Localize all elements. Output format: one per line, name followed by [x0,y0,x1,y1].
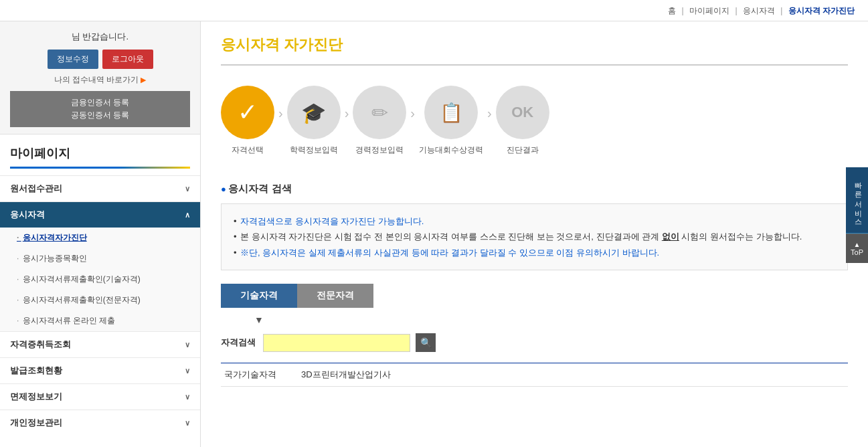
graduation-icon: 🎓 [301,101,326,124]
page-title: 응시자격 자가진단 [221,21,848,66]
breadcrumb-sep2: | [735,6,737,15]
chevron-up-icon: ∧ [185,211,190,219]
nav-sub-self-diagnosis[interactable]: 응시자격자가진단 [0,228,200,248]
nav-item-issue-lookup: 발급조회현황 ∨ [0,357,200,383]
chevron-down-icon-2: ∨ [185,341,190,349]
nav-sub-exam-qualify: 응시자격자가진단 응시가능종목확인 응시자격서류제출확인(기술자격) 응시자격서… [0,228,200,331]
nav-item-application: 원서접수관리 ∨ [0,175,200,201]
arrow-icon: ▶ [141,76,146,84]
cert-register-button[interactable]: 금융인증서 등록 공동인증서 등록 [10,91,190,127]
tab-tech[interactable]: 기술자격 [221,284,297,308]
nav-item-exam-qualify: 응시자격 ∧ 응시자격자가진단 응시가능종목확인 응시자격서류제출확인(기술자격… [0,201,200,331]
search-input[interactable] [263,334,410,352]
breadcrumb-mypage[interactable]: 마이페이지 [689,6,729,15]
step-arrow-4: › [487,106,492,136]
step-4-label: 기능대회수상경력 [419,145,483,156]
step-2-label: 학력정보입력 [290,145,338,156]
step-2: 🎓 학력정보입력 [287,86,341,156]
step-3: ✏ 경력정보입력 [353,86,406,156]
sidebar-greeting-section: 님 반갑습니다. 정보수정 로그아웃 나의 접수내역 바로가기 ▶ 금융인증서 … [0,21,200,135]
nav-item-cert-lookup: 자격증취득조회 ∨ [0,331,200,357]
step-5-circle: OK [496,86,549,139]
nav-sub-qualify-check[interactable]: 응시가능종목확인 [0,248,200,269]
main-content: 응시자격 자가진단 ✓ 자격선택 › 🎓 학력정보입력 › [201,21,868,447]
search-section-title: 응시자격 검색 [221,183,848,195]
top-label: ToP [851,248,863,256]
tab-pro[interactable]: 전문자격 [297,284,373,308]
result-value: 3D프린터개발산업기사 [301,369,391,381]
breadcrumb-bar: 홈 | 마이페이지 | 응시자격 | 응시자격 자가진단 [0,0,868,21]
nav-header-issue-lookup[interactable]: 발급조회현황 ∨ [0,358,200,383]
nav-header-exemption[interactable]: 면제정보보기 ∨ [0,384,200,410]
step-arrow-3: › [410,106,415,136]
info-box: 자격검색으로 응시자격을 자가진단 가능합니다. 본 응시자격 자가진단은 시험… [221,203,848,270]
step-1-circle: ✓ [221,86,274,139]
step-arrow-2: › [345,106,349,136]
nav-header-application[interactable]: 원서접수관리 ∨ [0,176,200,201]
result-category: 국가기술자격 [221,369,301,381]
search-label: 자격검색 [221,337,258,349]
breadcrumb-sep1: | [682,6,684,15]
my-record-link[interactable]: 나의 접수내역 바로가기 ▶ [10,74,190,86]
chevron-down-icon-5: ∨ [185,419,190,428]
nav-header-cert-lookup[interactable]: 자격증취득조회 ∨ [0,332,200,357]
chevron-down-icon-3: ∨ [185,367,190,375]
nav-header-privacy[interactable]: 개인정보관리 ∨ [0,410,200,436]
quick-service-button[interactable]: 빠른서비스 [846,167,868,234]
nav-sub-docs-pro[interactable]: 응시자격서류제출확인(전문자격) [0,290,200,310]
sidebar: 님 반갑습니다. 정보수정 로그아웃 나의 접수내역 바로가기 ▶ 금융인증서 … [0,21,201,447]
breadcrumb-exam[interactable]: 응시자격 [743,6,775,15]
breadcrumb-current: 응시자격 자가진단 [788,6,855,15]
search-button[interactable]: 🔍 [416,333,436,352]
sidebar-section-title: 마이페이지 [0,135,200,167]
breadcrumb-home[interactable]: 홈 [668,6,676,15]
search-row: 자격검색 🔍 [221,333,848,352]
info-edit-button[interactable]: 정보수정 [48,50,98,69]
tab-row: 기술자격 전문자격 [221,284,848,308]
step-1: ✓ 자격선택 [221,86,274,156]
step-arrow-1: › [278,106,283,136]
step-5: OK 진단결과 [496,86,549,156]
result-row: 국가기술자격 3D프린터개발산업기사 [221,363,848,387]
nav-item-exemption: 면제정보보기 ∨ [0,383,200,410]
step-3-circle: ✏ [353,86,406,139]
nav-sub-docs-online[interactable]: 응시자격서류 온라인 제출 [0,310,200,331]
step-2-circle: 🎓 [287,86,341,139]
sidebar-divider [10,167,190,169]
chevron-down-icon: ∨ [185,185,190,193]
info-line-1: 자격검색으로 응시자격을 자가진단 가능합니다. [234,213,835,229]
nav-item-privacy: 개인정보관리 ∨ [0,410,200,436]
breadcrumb-sep3: | [780,6,782,15]
certificate-icon: 📋 [440,102,463,124]
step-5-label: 진단결과 [507,145,539,156]
quick-sidebar: 빠른서비스 ▲ ToP [846,167,868,263]
step-4: 📋 기능대회수상경력 [419,86,483,156]
top-button[interactable]: ▲ ToP [846,234,868,263]
steps-container: ✓ 자격선택 › 🎓 학력정보입력 › ✏ 경력정보입력 › [221,79,848,163]
info-line-3: ※단, 응시자격은 실제 제출서류의 사실관계 등에 따라 결과가 달라질 수 … [234,245,835,260]
chevron-down-icon-4: ∨ [185,393,190,401]
logout-button[interactable]: 로그아웃 [102,50,153,69]
greeting-text: 님 반갑습니다. [10,31,190,43]
sidebar-action-buttons: 정보수정 로그아웃 [10,50,190,69]
info-line-2: 본 응시자격 자가진단은 시험 접수 전 본인의 응시자격 여부를 스스로 진단… [234,229,835,244]
pencil-icon: ✏ [371,101,388,124]
nav-sub-docs-tech[interactable]: 응시자격서류제출확인(기술자격) [0,269,200,290]
search-icon: 🔍 [420,337,432,348]
nav-header-exam-qualify[interactable]: 응시자격 ∧ [0,202,200,228]
step-1-label: 자격선택 [232,145,264,156]
ok-icon: OK [511,104,533,121]
sidebar-nav: 원서접수관리 ∨ 응시자격 ∧ 응시자격자가진단 응시가능종목확인 응시자격서류… [0,175,200,436]
tab-arrow-indicator: ▼ [221,315,848,325]
step-3-label: 경력정보입력 [355,145,404,156]
step-4-circle: 📋 [424,86,478,139]
checkmark-icon: ✓ [238,98,258,126]
